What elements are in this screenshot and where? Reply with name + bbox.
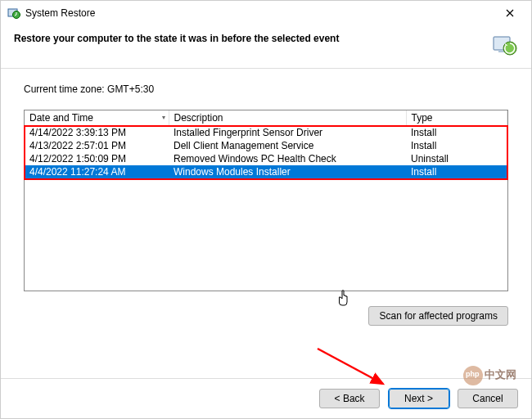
cell-date: 4/13/2022 2:57:01 PM	[25, 139, 169, 152]
restore-large-icon	[492, 32, 518, 58]
titlebar: System Restore	[1, 1, 531, 25]
table-row-empty	[25, 228, 507, 240]
table-row-empty	[25, 203, 507, 215]
wizard-footer: < Back Next > Cancel	[1, 378, 531, 418]
cell-type: Install	[406, 165, 507, 178]
cell-date: 4/12/2022 1:50:09 PM	[25, 152, 169, 165]
table-row[interactable]: 4/12/2022 1:50:09 PMRemoved Windows PC H…	[25, 152, 507, 165]
header: Restore your computer to the state it wa…	[1, 25, 531, 69]
next-button[interactable]: Next >	[389, 389, 449, 408]
restore-icon	[7, 7, 20, 20]
window-title: System Restore	[25, 7, 495, 19]
column-header-date[interactable]: Date and Time▾	[25, 110, 169, 126]
sort-descending-icon: ▾	[162, 114, 165, 121]
table-header-row[interactable]: Date and Time▾ Description Type	[25, 110, 507, 126]
table-row[interactable]: 4/13/2022 2:57:01 PMDell Client Manageme…	[25, 139, 507, 152]
scan-row: Scan for affected programs	[1, 298, 531, 331]
cell-type: Install	[406, 139, 507, 152]
column-header-description[interactable]: Description	[169, 110, 406, 126]
cell-desc: Installed Fingerprint Sensor Driver	[169, 126, 406, 140]
cell-type: Uninstall	[406, 152, 507, 165]
table-row-empty	[25, 277, 507, 289]
header-heading: Restore your computer to the state it wa…	[14, 32, 485, 46]
cell-type: Install	[406, 126, 507, 140]
back-button[interactable]: < Back	[319, 389, 380, 408]
content-area: Current time zone: GMT+5:30 Date and Tim…	[1, 69, 531, 298]
timezone-label: Current time zone: GMT+5:30	[24, 83, 508, 95]
table-row-empty	[25, 240, 507, 252]
cell-desc: Dell Client Management Service	[169, 139, 406, 152]
table-row-empty	[25, 264, 507, 277]
column-header-type[interactable]: Type	[406, 110, 507, 126]
close-icon	[506, 9, 514, 17]
table-row-empty	[25, 252, 507, 264]
cell-date: 4/4/2022 11:27:24 AM	[25, 165, 169, 178]
table-row[interactable]: 4/14/2022 3:39:13 PMInstalled Fingerprin…	[25, 126, 507, 140]
cancel-button[interactable]: Cancel	[458, 389, 518, 408]
system-restore-window: System Restore Restore your computer to …	[0, 0, 532, 419]
cell-desc: Windows Modules Installer	[169, 165, 406, 178]
table-row-empty	[25, 191, 507, 203]
table-row-empty	[25, 178, 507, 191]
table-row-empty	[25, 215, 507, 228]
table-row[interactable]: 4/4/2022 11:27:24 AMWindows Modules Inst…	[25, 165, 507, 178]
restore-points-table[interactable]: Date and Time▾ Description Type 4/14/202…	[24, 110, 508, 291]
close-button[interactable]	[495, 2, 525, 25]
scan-affected-button[interactable]: Scan for affected programs	[368, 306, 508, 326]
cell-desc: Removed Windows PC Health Check	[169, 152, 406, 165]
cell-date: 4/14/2022 3:39:13 PM	[25, 126, 169, 140]
